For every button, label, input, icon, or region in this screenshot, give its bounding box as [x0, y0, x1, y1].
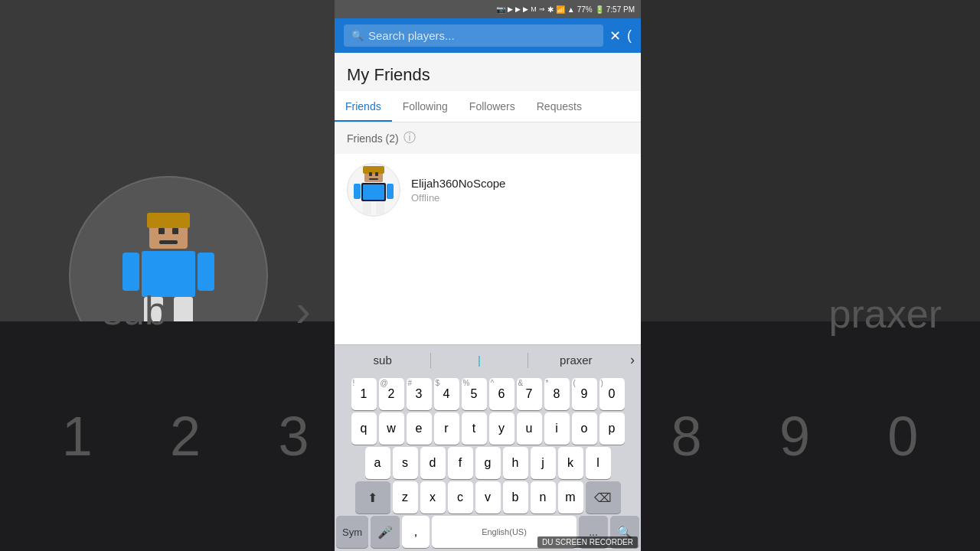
cursor-indicator: |	[478, 354, 481, 367]
svg-rect-20	[369, 178, 378, 180]
key-7[interactable]: &7	[517, 378, 542, 410]
keyboard-row-zxcv: ⬆ z x c v b n m ⌫	[336, 481, 639, 514]
search-bar[interactable]: 🔍 Search players... ✕ (	[335, 18, 641, 53]
key-2[interactable]: @2	[379, 378, 404, 410]
keyboard-row-numbers: !1 @2 #3 $4 %5 ^6 &7 *8 (9 )0	[336, 378, 639, 410]
friend-item-0[interactable]: Elijah360NoScope Offline	[335, 154, 641, 226]
key-s[interactable]: s	[393, 447, 418, 479]
svg-rect-9	[159, 240, 178, 244]
svg-rect-15	[376, 202, 384, 214]
suggestion-cursor[interactable]: |	[431, 345, 527, 375]
svg-rect-13	[363, 184, 384, 200]
tab-followers[interactable]: Followers	[459, 91, 526, 122]
more-button[interactable]: (	[627, 28, 632, 44]
key-d[interactable]: d	[420, 447, 446, 479]
search-input-container[interactable]: 🔍 Search players...	[344, 24, 603, 47]
key-w[interactable]: w	[379, 412, 404, 445]
key-0[interactable]: )0	[599, 378, 625, 410]
svg-rect-19	[375, 172, 378, 176]
key-o[interactable]: o	[572, 412, 597, 445]
key-z[interactable]: z	[393, 481, 418, 514]
svg-rect-1	[147, 213, 190, 228]
key-mic[interactable]: 🎤	[371, 516, 400, 548]
friend-name-0: Elijah360NoScope	[411, 177, 505, 190]
key-a[interactable]: a	[365, 447, 390, 479]
youtube-icon-3: ▶	[523, 5, 528, 13]
key-j[interactable]: j	[531, 447, 556, 479]
bg-num-0: 0	[887, 405, 918, 468]
bluetooth-icon: ✱	[547, 5, 554, 14]
suggestion-praxer[interactable]: praxer	[528, 345, 624, 375]
key-backspace[interactable]: ⌫	[586, 481, 621, 514]
key-e[interactable]: e	[407, 412, 432, 445]
key-b[interactable]: b	[503, 481, 528, 514]
key-h[interactable]: h	[503, 447, 528, 479]
search-icon: 🔍	[351, 30, 364, 41]
svg-rect-18	[369, 172, 372, 176]
bg-num-9: 9	[779, 405, 810, 468]
bg-num-3: 3	[278, 405, 309, 468]
status-icons: 📷 ▶ ▶ ▶ M ⇒ ✱ 📶 ▲ 77% 🔋 7:57 PM	[496, 5, 635, 14]
bg-word-sub: sub	[103, 288, 167, 334]
svg-rect-17	[387, 184, 394, 199]
bg-arrow: ›	[296, 284, 311, 337]
camera-icon: 📷	[496, 5, 505, 14]
key-g[interactable]: g	[475, 447, 501, 479]
suggestion-praxer-text: praxer	[560, 354, 593, 367]
gmail-icon: M	[531, 5, 537, 13]
keyboard-row-asdf: a s d f g h j k l	[336, 447, 639, 479]
keyboard-suggestion-bar[interactable]: sub | praxer ›	[335, 344, 641, 375]
info-icon[interactable]: ⓘ	[403, 130, 416, 146]
key-k[interactable]: k	[558, 447, 583, 479]
arrow-icon: ⇒	[539, 5, 545, 13]
suggestion-arrow-container[interactable]: ›	[624, 345, 641, 375]
tab-requests[interactable]: Requests	[526, 91, 593, 122]
key-r[interactable]: r	[434, 412, 459, 445]
status-bar: 📷 ▶ ▶ ▶ M ⇒ ✱ 📶 ▲ 77% 🔋 7:57 PM	[335, 0, 641, 18]
friends-count: Friends (2)	[347, 132, 399, 145]
key-shift[interactable]: ⬆	[355, 481, 390, 514]
friends-header: Friends (2) ⓘ	[335, 122, 641, 154]
key-4[interactable]: $4	[434, 378, 459, 410]
battery-icon: 🔋	[595, 5, 604, 14]
friend-list: Elijah360NoScope Offline	[335, 154, 641, 344]
bg-word-praxer-container: praxer	[712, 291, 942, 337]
content-area: My Friends Friends Following Followers R…	[335, 53, 641, 344]
bg-word-praxer: praxer	[829, 291, 942, 337]
key-q[interactable]: q	[351, 412, 377, 445]
bg-num-1: 1	[62, 405, 93, 468]
status-time: 7:57 PM	[606, 5, 635, 14]
friend-status-0: Offline	[411, 192, 505, 204]
key-n[interactable]: n	[531, 481, 556, 514]
key-3[interactable]: #3	[407, 378, 432, 410]
svg-rect-7	[158, 228, 165, 234]
svg-rect-14	[363, 202, 371, 214]
key-c[interactable]: c	[448, 481, 473, 514]
close-button[interactable]: ✕	[609, 28, 621, 44]
key-5[interactable]: %5	[462, 378, 487, 410]
key-6[interactable]: ^6	[489, 378, 514, 410]
tab-following[interactable]: Following	[392, 91, 459, 122]
key-y[interactable]: y	[489, 412, 514, 445]
key-comma[interactable]: ,	[402, 516, 430, 548]
suggestion-sub-text: sub	[374, 354, 392, 367]
key-l[interactable]: l	[586, 447, 611, 479]
key-u[interactable]: u	[517, 412, 542, 445]
key-t[interactable]: t	[462, 412, 487, 445]
key-8[interactable]: *8	[544, 378, 570, 410]
key-p[interactable]: p	[599, 412, 625, 445]
bg-num-8: 8	[671, 405, 702, 468]
suggestion-sub[interactable]: sub	[335, 345, 430, 375]
key-m[interactable]: m	[558, 481, 583, 514]
key-i[interactable]: i	[544, 412, 570, 445]
key-v[interactable]: v	[475, 481, 501, 514]
svg-rect-11	[363, 166, 384, 174]
bg-words-row: sub ›	[38, 284, 375, 337]
youtube-icon-2: ▶	[515, 5, 521, 13]
key-1[interactable]: !1	[351, 378, 377, 410]
key-sym[interactable]: Sym	[336, 516, 368, 548]
key-9[interactable]: (9	[572, 378, 597, 410]
tab-friends[interactable]: Friends	[335, 91, 392, 122]
key-f[interactable]: f	[448, 447, 473, 479]
key-x[interactable]: x	[420, 481, 446, 514]
